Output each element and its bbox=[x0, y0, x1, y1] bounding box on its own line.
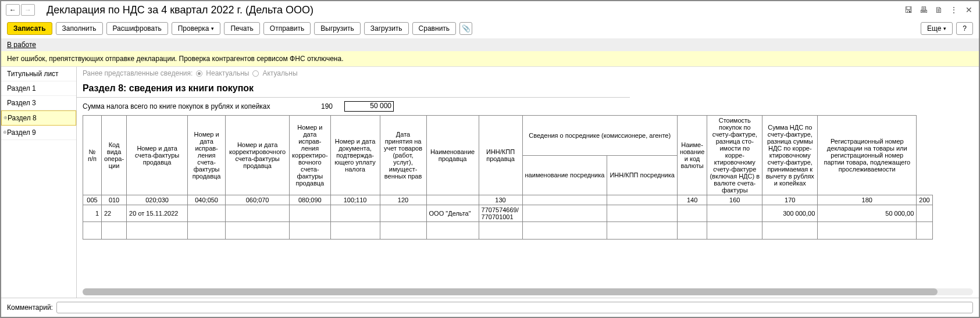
th-n: № п/п bbox=[83, 116, 102, 195]
th-corr: Номер и дата исправ­ления счета-фактуры … bbox=[188, 116, 226, 195]
status-link[interactable]: В работе bbox=[7, 41, 36, 49]
th-reg: Регистрационный номер декларации на това… bbox=[818, 116, 917, 195]
th-paydoc: Номер и дата документа, подтвержда­ющего… bbox=[330, 116, 380, 195]
sidebar: Титульный лист Раздел 1 Раздел 3 ⊕Раздел… bbox=[1, 67, 77, 298]
th-agent-name: наименование посредника bbox=[522, 155, 607, 195]
th-inn: ИНН/КПП продавца bbox=[479, 116, 522, 195]
nav-forward[interactable]: → bbox=[21, 4, 35, 16]
save-icon[interactable]: 🖫 bbox=[903, 5, 914, 15]
compare-button[interactable]: Сравнить bbox=[412, 22, 456, 35]
write-button[interactable]: Записать bbox=[7, 22, 52, 35]
horizontal-scrollbar[interactable] bbox=[83, 288, 973, 295]
th-cost: Стоимость покупок по счету-фактуре, разн… bbox=[707, 116, 762, 195]
help-button[interactable]: ? bbox=[956, 22, 973, 35]
more-button[interactable]: Еще▾ bbox=[921, 22, 953, 35]
radio-not-actual[interactable] bbox=[196, 70, 202, 77]
comment-input[interactable] bbox=[56, 302, 973, 313]
unload-button[interactable]: Выгрузить bbox=[314, 22, 361, 35]
codes-row: 005 010 020;030 040;050 060;070 080;090 … bbox=[83, 195, 933, 205]
section-title: Раздел 8: сведения из книги покупок bbox=[77, 80, 630, 98]
fill-button[interactable]: Заполнить bbox=[56, 22, 103, 35]
nav-back[interactable]: ← bbox=[6, 4, 20, 16]
sum-label: Сумма налога всего по книге покупок в ру… bbox=[83, 102, 309, 110]
th-agent: Сведения о посреднике (комиссионере, аге… bbox=[522, 116, 677, 156]
sidebar-item-sec1[interactable]: Раздел 1 bbox=[1, 81, 76, 96]
sidebar-item-title[interactable]: Титульный лист bbox=[1, 67, 76, 81]
th-seller: Наименование продавца bbox=[426, 116, 479, 195]
load-button[interactable]: Загрузить bbox=[364, 22, 409, 35]
th-sf: Номер и дата счета-фактуры продавца bbox=[127, 116, 188, 195]
table-row[interactable]: 1 22 20 от 15.11.2022 ООО "Дельта" 77075… bbox=[83, 205, 933, 222]
close-icon[interactable]: ✕ bbox=[964, 5, 974, 15]
preview-icon[interactable]: 🗎 bbox=[933, 5, 944, 15]
info-banner: Нет ошибок, препятствующих отправке декл… bbox=[1, 51, 979, 67]
th-op: Код вида опера­ции bbox=[102, 116, 127, 195]
radio-actual[interactable] bbox=[252, 70, 259, 77]
sidebar-item-sec9[interactable]: ⊕Раздел 9 bbox=[1, 126, 76, 140]
check-button[interactable]: Проверка▾ bbox=[172, 22, 221, 35]
status-bar: В работе bbox=[1, 38, 979, 51]
th-agent-inn: ИНН/КПП посредника bbox=[607, 155, 678, 195]
expand-button[interactable]: Расшифровать bbox=[106, 22, 168, 35]
print-button[interactable]: Печать bbox=[224, 22, 259, 35]
sum-code: 190 bbox=[315, 102, 338, 110]
comment-label: Комментарий: bbox=[7, 303, 53, 312]
kebab-icon[interactable]: ⋮ bbox=[949, 5, 959, 15]
print-icon[interactable]: 🖶 bbox=[918, 5, 929, 15]
attach-icon[interactable]: 📎 bbox=[459, 22, 472, 35]
prior-data-row: Ранее представленные сведения: Неактуаль… bbox=[77, 67, 979, 80]
window-title: Декларация по НДС за 4 квартал 2022 г. (… bbox=[47, 4, 903, 16]
table-row-empty[interactable] bbox=[83, 222, 933, 240]
th-nds: Сумма НДС по счету-фактуре, разница сумм… bbox=[762, 116, 818, 195]
th-corr3: Номер и дата исправ­ления корректиро­воч… bbox=[290, 116, 330, 195]
sum-value[interactable]: 50 000 bbox=[344, 101, 394, 112]
th-date: Дата принятия на учет товаров (работ, ус… bbox=[380, 116, 426, 195]
th-curr: Наиме­нование и код валюты bbox=[677, 116, 707, 195]
th-corr2: Номер и дата корректировочного счета-фак… bbox=[226, 116, 290, 195]
prior-label: Ранее представленные сведения: bbox=[83, 69, 193, 77]
sidebar-item-sec8[interactable]: ⊕Раздел 8 bbox=[1, 110, 76, 126]
send-button[interactable]: Отправить bbox=[263, 22, 311, 35]
sidebar-item-sec3[interactable]: Раздел 3 bbox=[1, 96, 76, 110]
purchases-table: № п/п Код вида опера­ции Номер и дата сч… bbox=[83, 115, 933, 240]
